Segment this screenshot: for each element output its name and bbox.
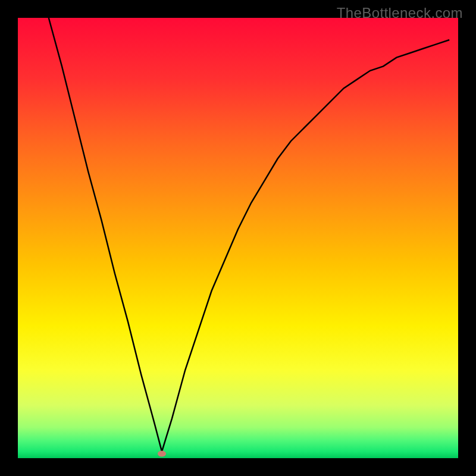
watermark-text: TheBottleneck.com	[337, 5, 463, 21]
chart-container: TheBottleneck.com	[0, 0, 476, 476]
plot-area	[18, 18, 458, 458]
bottleneck-chart	[0, 0, 476, 476]
optimal-point-marker	[158, 451, 166, 457]
